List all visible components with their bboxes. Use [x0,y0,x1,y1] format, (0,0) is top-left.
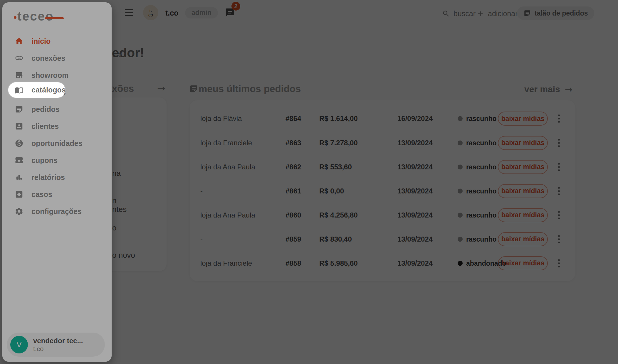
sidebar-item-catalogos-highlighted[interactable]: catálogos [8,82,65,98]
tour-overlay[interactable] [0,0,618,364]
app-screen: t. co t.co admin 2 buscar adicionar talã… [0,0,618,364]
book-icon [15,86,23,95]
